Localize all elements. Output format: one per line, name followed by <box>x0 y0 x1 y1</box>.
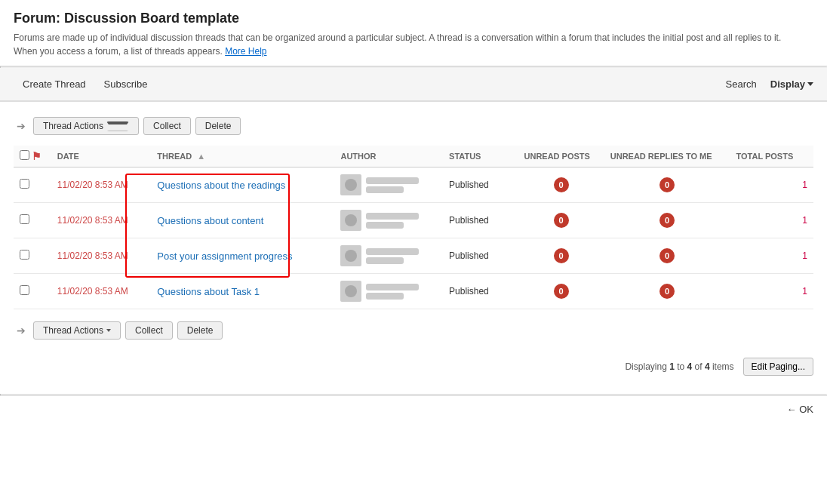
row-date-3: 11/02/20 8:53 AM <box>51 274 152 309</box>
row-total-posts-2: 1 <box>730 238 813 274</box>
col-unread-posts-header: UNREAD POSTS <box>518 146 604 167</box>
row-unread-replies-1: 0 <box>604 203 730 238</box>
col-unread-replies-header: UNREAD REPLIES TO ME <box>604 146 730 167</box>
row-unread-posts-3: 0 <box>518 274 604 309</box>
action-bar-top: ➔ Thread Actions Collect Delete <box>14 112 813 140</box>
bottom-bar: ← OK <box>0 395 827 423</box>
unread-posts-badge: 0 <box>554 213 569 228</box>
row-thread-1: Questions about content <box>151 203 334 238</box>
unread-posts-badge: 0 <box>554 248 569 263</box>
col-author-header: AUTHOR <box>334 146 443 167</box>
collect-bottom-button[interactable]: Collect <box>125 321 173 340</box>
delete-bottom-button[interactable]: Delete <box>177 321 223 340</box>
avatar <box>340 281 361 302</box>
toolbar: Create Thread Subscribe Search Display <box>0 68 827 102</box>
unread-replies-badge: 0 <box>659 284 675 299</box>
row-thread-2: Post your assignment progress <box>151 238 334 274</box>
unread-replies-badge: 0 <box>659 248 675 263</box>
row-status-3: Published <box>443 274 518 309</box>
row-total-posts-0: 1 <box>730 167 813 203</box>
page-title: Forum: Discussion Board template <box>14 11 813 26</box>
row-thread-0: Questions about the readings <box>151 167 334 203</box>
thread-actions-bottom-chevron-icon <box>106 329 111 332</box>
edit-paging-button[interactable]: Edit Paging... <box>743 358 813 376</box>
thread-link-0[interactable]: Questions about the readings <box>157 180 285 191</box>
col-checkbox-header: ⚑ <box>14 146 51 167</box>
row-unread-posts-2: 0 <box>518 238 604 274</box>
thread-actions-top-button[interactable]: Thread Actions <box>33 117 139 135</box>
display-button[interactable]: Display <box>770 78 813 90</box>
ok-link[interactable]: ← OK <box>787 404 813 415</box>
row-unread-posts-0: 0 <box>518 167 604 203</box>
thread-link-1[interactable]: Questions about content <box>157 215 263 226</box>
chevron-down-icon <box>807 82 813 86</box>
col-thread-header[interactable]: THREAD ▲ <box>151 146 334 167</box>
thread-actions-chevron-icon <box>106 121 129 131</box>
avatar <box>340 210 361 231</box>
thread-table: ⚑ DATE THREAD ▲ AUTHOR STATUS <box>14 146 813 309</box>
row-unread-replies-3: 0 <box>604 274 730 309</box>
row-total-posts-3: 1 <box>730 274 813 309</box>
unread-replies-badge: 0 <box>659 213 675 228</box>
row-checkbox-2[interactable] <box>20 250 29 260</box>
more-help-link[interactable]: More Help <box>225 46 266 57</box>
select-all-arrow-icon[interactable]: ➔ <box>14 120 29 132</box>
avatar <box>340 174 361 195</box>
row-thread-3: Questions about Task 1 <box>151 274 334 309</box>
toolbar-left: Create Thread Subscribe <box>14 74 156 94</box>
pagination-bar: Displaying 1 to 4 of 4 items Edit Paging… <box>14 350 813 383</box>
table-header-row: ⚑ DATE THREAD ▲ AUTHOR STATUS <box>14 146 813 167</box>
row-unread-posts-1: 0 <box>518 203 604 238</box>
row-checkbox-0[interactable] <box>20 179 29 189</box>
table-row: 11/02/20 8:53 AMQuestions about Task 1 P… <box>14 274 813 309</box>
page-header: Forum: Discussion Board template Forums … <box>0 0 827 66</box>
row-author-1 <box>334 203 443 238</box>
unread-posts-badge: 0 <box>554 284 569 299</box>
collect-top-button[interactable]: Collect <box>143 117 191 135</box>
row-checkbox-1[interactable] <box>20 214 29 224</box>
avatar <box>340 245 361 266</box>
row-status-1: Published <box>443 203 518 238</box>
unread-replies-badge: 0 <box>659 177 675 192</box>
main-content: ➔ Thread Actions Collect Delete ⚑ DATE <box>0 102 827 394</box>
row-author-2 <box>334 238 443 274</box>
action-bar-bottom: ➔ Thread Actions Collect Delete <box>14 317 813 344</box>
row-status-2: Published <box>443 238 518 274</box>
table-wrapper: ⚑ DATE THREAD ▲ AUTHOR STATUS <box>14 146 813 309</box>
select-all-arrow-bottom-icon[interactable]: ➔ <box>14 324 29 337</box>
thread-link-2[interactable]: Post your assignment progress <box>157 250 292 262</box>
delete-top-button[interactable]: Delete <box>195 117 241 135</box>
row-author-0 <box>334 167 443 203</box>
col-status-header: STATUS <box>443 146 518 167</box>
toolbar-right: Search Display <box>720 74 813 94</box>
row-checkbox-3[interactable] <box>20 285 29 295</box>
col-date-header[interactable]: DATE <box>51 146 152 167</box>
thread-link-3[interactable]: Questions about Task 1 <box>157 286 260 297</box>
row-unread-replies-0: 0 <box>604 167 730 203</box>
row-date-2: 11/02/20 8:53 AM <box>51 238 152 274</box>
search-label[interactable]: Search <box>720 74 763 94</box>
table-row: 11/02/20 8:53 AMPost your assignment pro… <box>14 238 813 274</box>
row-total-posts-1: 1 <box>730 203 813 238</box>
table-row: 11/02/20 8:53 AMQuestions about content … <box>14 203 813 238</box>
col-total-posts-header: TOTAL POSTS <box>730 146 813 167</box>
subscribe-button[interactable]: Subscribe <box>95 74 157 94</box>
flag-icon: ⚑ <box>32 150 42 162</box>
thread-actions-bottom-button[interactable]: Thread Actions <box>33 321 121 340</box>
row-date-1: 11/02/20 8:53 AM <box>51 203 152 238</box>
row-date-0: 11/02/20 8:53 AM <box>51 167 152 203</box>
select-all-checkbox[interactable] <box>20 150 29 160</box>
sort-asc-icon: ▲ <box>197 152 205 161</box>
page-description: Forums are made up of individual discuss… <box>14 31 798 58</box>
unread-posts-badge: 0 <box>554 177 569 192</box>
row-status-0: Published <box>443 167 518 203</box>
row-unread-replies-2: 0 <box>604 238 730 274</box>
pagination-text: Displaying 1 to 4 of 4 items <box>625 361 733 372</box>
row-author-3 <box>334 274 443 309</box>
create-thread-button[interactable]: Create Thread <box>14 74 95 94</box>
table-row: 11/02/20 8:53 AMQuestions about the read… <box>14 167 813 203</box>
